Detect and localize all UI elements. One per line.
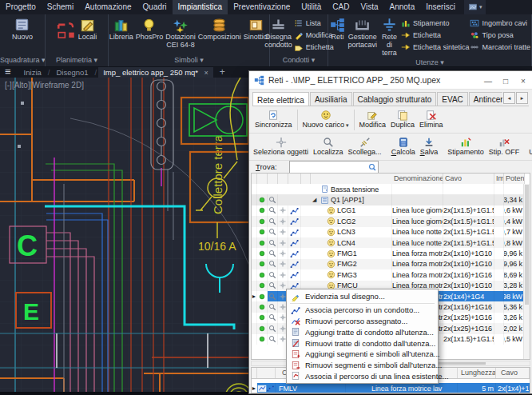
menu-item-progetto[interactable]: Progetto (0, 0, 42, 14)
dialog-tab-ausiliaria[interactable]: Ausiliaria (310, 92, 352, 106)
table-row-q1-app1[interactable]: ◢Q1 [APP1]23,34 k (252, 194, 525, 205)
column-header-den[interactable]: Denominazione (392, 174, 443, 184)
route-table-row[interactable]: ►FMLVLinea forza motrice lav5 m2x(1x4)+1… (252, 383, 530, 393)
ribbon-group-label-squadratura[interactable]: Squadratura ▾ (0, 56, 45, 66)
route-path-icon[interactable] (290, 217, 299, 225)
dialog-tab-cablaggio-strutturato[interactable]: Cablaggio strutturato (353, 92, 437, 106)
ribbon-button-disegna-condotto[interactable]: Disegna condotto (264, 16, 293, 50)
route-column-header-state[interactable] (252, 368, 257, 378)
column-header-mag[interactable] (268, 174, 278, 184)
route-path-icon[interactable] (290, 260, 299, 269)
menu-item-vista[interactable]: Vista (355, 0, 383, 14)
planimetria-tools-icons[interactable] (56, 16, 77, 42)
toolbar-button-stip-off[interactable]: Stip. OFF (486, 137, 522, 157)
toolbar-button-localizza[interactable]: Localizza (311, 137, 346, 157)
ribbon-button-gestione-portacavi[interactable]: Gestione portacavi (347, 16, 378, 50)
menu-item-utilit[interactable]: Utilità (296, 0, 327, 14)
toolbar-button-scollega[interactable]: Scollega... (346, 137, 384, 157)
column-header-state[interactable] (252, 174, 257, 184)
ribbon-button-rete-di-terra[interactable]: Rete di terra (379, 16, 400, 58)
route-column-header-cavo[interactable]: Cavo (499, 368, 530, 378)
route-column-header-len[interactable]: Lunghezza (459, 368, 496, 378)
expand-collapse-icon[interactable]: ◢ (312, 197, 316, 203)
context-menu-item-rimuovi-tratte-di-condotto-dall-utenza[interactable]: Rimuovi tratte di condotto dall'utenza..… (288, 337, 437, 349)
drawing-tab-disegno1[interactable]: Disegno1 (51, 67, 93, 78)
menu-item-annota[interactable]: Annota (384, 0, 421, 14)
ribbon-button-reti[interactable]: Reti (329, 16, 346, 42)
chevron-down-icon[interactable]: ▾ (346, 122, 349, 129)
toolbar-button-stipamento[interactable]: Stipamento (445, 137, 486, 157)
context-menu-item-rimuovi-percorso-assegnato[interactable]: Rimuovi percorso assegnato... (288, 316, 437, 327)
menu-item-impiantistica[interactable]: Impiantistica (173, 0, 228, 14)
ribbon-button-ingombro-cavi[interactable]: Ingombro cavi (470, 18, 530, 29)
route-path-icon[interactable] (290, 228, 299, 237)
table-row-lcg1[interactable]: LCG1Linea luce giorno2x(1x1.5)+1G1.50,6 … (252, 205, 525, 216)
ribbon-button-tipo-posa[interactable]: Tipo posa (470, 30, 530, 41)
crosshair-icon[interactable] (279, 260, 287, 268)
toolbar-button-seleziona-oggetti[interactable]: Seleziona oggetti (251, 137, 311, 157)
crosshair-icon[interactable] (279, 249, 287, 257)
table-row-fmg2[interactable]: FMG2Linea forza motrice2x(1x10)+1G1019,9… (252, 259, 525, 269)
table-row-lcn3[interactable]: LCN3Linea luce notte 12x(1x1.5)+1G1.50,7… (252, 227, 525, 237)
locate-zoom-icon[interactable] (268, 196, 276, 204)
route-path-icon[interactable] (290, 206, 299, 215)
ribbon-group-label-condotti[interactable]: Condotti ▾ (270, 56, 328, 66)
route-path-icon[interactable] (290, 270, 299, 279)
table-row-lcn4[interactable]: LCN4Linea luce notte 22x(1x1.5)+1G1.50,8… (252, 237, 525, 248)
table-row-fmg1[interactable]: FMG1Linea forza motrice2x(1x10)+1G1019,9… (252, 248, 525, 258)
dialog-tab-antincendio[interactable]: Antincendio (469, 92, 502, 106)
column-header-extra[interactable] (301, 174, 311, 184)
toolbar-button-modifica[interactable]: Modifica (357, 110, 389, 130)
toolbar-button-elimina[interactable]: Elimina (417, 110, 446, 130)
crosshair-icon[interactable] (279, 228, 287, 236)
locate-zoom-icon[interactable] (268, 206, 276, 214)
crosshair-icon[interactable] (279, 217, 287, 225)
route-column-header-icon[interactable] (257, 368, 276, 378)
ribbon-group-label-utenze[interactable]: Utenze ▾ (328, 58, 531, 66)
ribbon-button-composizioni[interactable]: Composizioni (197, 16, 242, 42)
locate-zoom-icon[interactable] (268, 293, 276, 301)
ribbon-button-nuovo[interactable]: Nuovo (11, 16, 34, 42)
context-menu-item-aggiungi-tratte-di-condotto-all-utenza[interactable]: Aggiungi tratte di condotto all'utenza..… (288, 326, 437, 337)
toolbar-button-salva[interactable]: Salva (418, 137, 441, 157)
ribbon-button-dotazioni-cei-64-8[interactable]: Dotazioni CEI 64-8 (165, 16, 197, 50)
locate-zoom-icon[interactable] (268, 228, 276, 236)
dialog-tab-rete-elettrica[interactable]: Rete elettrica (252, 92, 309, 106)
drawing-tab-inizia[interactable]: Inizia (19, 67, 46, 78)
toolbar-button-sincronizza[interactable]: Sincronizza (252, 110, 295, 130)
table-row-lcg2[interactable]: LCG2Linea luce giorno2x(1x1.5)+1G1.50,4 … (252, 216, 525, 226)
column-header-loc[interactable] (278, 174, 288, 184)
locate-zoom-icon[interactable] (268, 249, 276, 257)
menu-item-inserisci[interactable]: Inserisci (420, 0, 461, 14)
menu-item-schemi[interactable]: Schemi (42, 0, 79, 14)
route-path-icon[interactable] (290, 249, 299, 258)
toolbar-button-duplica[interactable]: Duplica (388, 110, 417, 130)
tab-scroll-right-icon[interactable]: ► (516, 92, 528, 104)
ribbon-button-marcatori-tratte[interactable]: Marcatori tratte (470, 42, 530, 53)
ribbon-group-label-planimetria[interactable]: Planimetria ▾ (46, 56, 108, 66)
column-header-path[interactable] (288, 174, 301, 184)
context-menu-item-evidenzia-sul-disegno[interactable]: Evidenzia sul disegno... (288, 291, 437, 302)
locate-zoom-icon[interactable] (268, 281, 276, 289)
locate-zoom-icon[interactable] (268, 325, 276, 333)
minimize-button[interactable]: — (479, 75, 497, 86)
ribbon-button-libreria[interactable]: Libreria (109, 16, 134, 42)
locate-zoom-icon[interactable] (268, 335, 276, 343)
toolbar-button-utilit[interactable]: Utilità (526, 137, 532, 157)
locate-zoom-icon[interactable] (268, 260, 276, 268)
dialog-titlebar[interactable]: Reti - .\IMP_ ELETTRICO APP_ 250 MQ.upex… (249, 71, 532, 90)
context-menu-item-aggiungi-segmenti-e-simboli-all-utenza[interactable]: Aggiungi segmenti e simboli all'utenza..… (288, 349, 437, 360)
maximize-button[interactable]: □ (497, 75, 514, 86)
toolbar-button-calcola[interactable]: Calcola (389, 137, 418, 157)
column-header-cavo[interactable]: Cavo (443, 174, 494, 184)
crosshair-icon[interactable] (279, 271, 287, 279)
search-input[interactable] (290, 163, 368, 172)
context-menu-item-rimuovi-segmenti-e-simboli-dall-utenza[interactable]: Rimuovi segmenti e simboli dall'utenza..… (288, 360, 437, 371)
locate-zoom-icon[interactable] (268, 313, 276, 321)
column-header-pot[interactable]: Potenza (504, 174, 525, 184)
ribbon-button-etichetta[interactable]: Etichetta (401, 30, 470, 41)
scrollbar-thumb[interactable] (525, 185, 529, 305)
search-box[interactable] (289, 161, 379, 174)
search-icon[interactable] (368, 163, 377, 172)
ribbon-group-label-simboli[interactable]: Simboli ▾ (109, 56, 269, 66)
